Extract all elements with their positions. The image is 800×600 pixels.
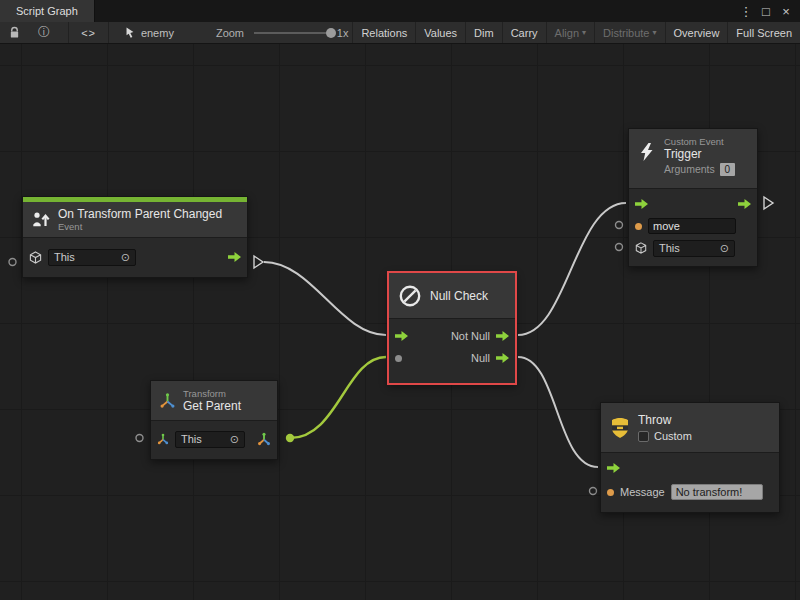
wire-notnull-to-trigger[interactable]: [518, 203, 626, 335]
input-port-ring[interactable]: [616, 222, 623, 229]
tab-script-graph[interactable]: Script Graph: [0, 0, 95, 22]
toolbar-buttons: Relations Values Dim Carry Align ▾ Distr…: [352, 22, 800, 43]
node-body: This ⊙: [151, 421, 277, 459]
flow-out-arrow-icon[interactable]: [496, 331, 509, 341]
lightning-bolt-icon: [637, 142, 657, 162]
tab-bar: Script Graph ⋮ □ ×: [0, 0, 800, 22]
align-label: Align: [555, 27, 579, 39]
chevron-down-icon: ▾: [653, 28, 657, 37]
wire-null-to-throw[interactable]: [518, 357, 598, 467]
transform-out-port-icon[interactable]: [257, 432, 271, 446]
chevron-down-icon: ▾: [582, 28, 586, 37]
flow-in-arrow-icon[interactable]: [635, 199, 648, 209]
code-icon: <>: [81, 27, 96, 39]
zoom-slider-handle[interactable]: [326, 28, 336, 38]
maximize-icon[interactable]: □: [758, 4, 774, 19]
arguments-row: Arguments 0: [664, 163, 735, 176]
flow-out-arrow-icon[interactable]: [738, 199, 751, 209]
flow-out-arrow-icon[interactable]: [496, 353, 509, 363]
node-category: Transform: [183, 388, 241, 399]
value-in-port-dot[interactable]: [635, 223, 642, 230]
lock-button[interactable]: [3, 22, 26, 43]
flow-out-port-triangle[interactable]: [764, 197, 773, 209]
relations-button[interactable]: Relations: [352, 22, 415, 43]
node-null-check[interactable]: Null Check Not Null Null: [388, 272, 516, 384]
input-port-ring[interactable]: [590, 488, 597, 495]
flow-out-arrow-icon[interactable]: [228, 252, 241, 262]
node-get-parent[interactable]: Transform Get Parent This ⊙: [150, 380, 278, 460]
script-graph-window: Script Graph ⋮ □ × ⓘ <> enemy Zoom: [0, 0, 800, 600]
this-value: This: [181, 433, 202, 445]
custom-row: Custom: [638, 430, 692, 442]
arguments-count-field[interactable]: 0: [720, 163, 735, 176]
target-icon[interactable]: ⊙: [230, 433, 239, 446]
zoom-slider-track: [254, 32, 333, 34]
null-port-label: Null: [471, 352, 490, 364]
align-button[interactable]: Align ▾: [546, 22, 594, 43]
cube-icon: [29, 251, 42, 264]
node-body: This ⊙: [629, 189, 757, 266]
values-button[interactable]: Values: [415, 22, 465, 43]
full-screen-button[interactable]: Full Screen: [727, 22, 800, 43]
zoom-slider[interactable]: [254, 27, 333, 39]
node-throw[interactable]: Throw Custom Message: [600, 402, 780, 513]
value-out-port-dot[interactable]: [286, 434, 294, 442]
event-name-input[interactable]: [648, 218, 736, 234]
node-title: On Transform Parent Changed: [58, 207, 222, 221]
throw-exception-icon: [609, 417, 631, 439]
info-icon: ⓘ: [38, 24, 50, 41]
node-subtitle: Event: [58, 221, 222, 232]
flow-in-arrow-icon[interactable]: [395, 331, 408, 341]
distribute-button[interactable]: Distribute ▾: [594, 22, 664, 43]
value-in-port-dot[interactable]: [607, 489, 614, 496]
graph-toolbar: ⓘ <> enemy Zoom 1x Relations Values Dim …: [0, 22, 800, 44]
cube-icon: [635, 242, 647, 254]
wire-event-to-nullcheck[interactable]: [264, 262, 386, 335]
input-port-ring[interactable]: [9, 259, 16, 266]
close-icon[interactable]: ×: [778, 4, 794, 19]
toolbar-separator: [108, 22, 109, 43]
transform-axes-icon: [157, 433, 169, 445]
lock-icon: [9, 26, 20, 39]
this-value: This: [659, 242, 680, 254]
zoom-value: 1x: [337, 27, 349, 39]
tab-label: Script Graph: [16, 5, 78, 17]
node-trigger-custom-event[interactable]: Custom Event Trigger Arguments 0: [628, 128, 758, 267]
distribute-label: Distribute: [603, 27, 649, 39]
node-header-text: Transform Get Parent: [183, 388, 241, 413]
node-header-text: Throw Custom: [638, 413, 692, 442]
this-dropdown[interactable]: This ⊙: [175, 431, 245, 448]
graph-canvas[interactable]: On Transform Parent Changed Event This ⊙: [0, 44, 800, 600]
node-body: Message: [601, 453, 779, 512]
not-null-port-label: Not Null: [451, 330, 490, 342]
target-icon[interactable]: ⊙: [720, 242, 729, 255]
info-button[interactable]: ⓘ: [32, 22, 56, 43]
this-dropdown[interactable]: This ⊙: [48, 249, 136, 266]
input-port-ring[interactable]: [136, 435, 143, 442]
node-title: Throw: [638, 413, 692, 427]
custom-checkbox[interactable]: [638, 431, 649, 442]
message-input[interactable]: [671, 484, 763, 500]
flow-out-port-triangle[interactable]: [254, 256, 263, 268]
flow-in-arrow-icon[interactable]: [607, 463, 620, 473]
node-title: Trigger: [664, 147, 735, 161]
kebab-menu-icon[interactable]: ⋮: [738, 4, 754, 19]
node-header: On Transform Parent Changed Event: [23, 202, 247, 238]
this-dropdown[interactable]: This ⊙: [653, 240, 735, 257]
carry-button[interactable]: Carry: [502, 22, 546, 43]
wire-getparent-to-nullcheck[interactable]: [290, 357, 386, 438]
transform-parent-changed-icon: [31, 210, 51, 230]
overview-button[interactable]: Overview: [665, 22, 728, 43]
target-icon[interactable]: ⊙: [121, 251, 130, 264]
code-view-button[interactable]: <>: [69, 22, 108, 43]
window-controls: ⋮ □ ×: [738, 0, 800, 22]
node-header: Throw Custom: [601, 403, 779, 453]
node-header: Transform Get Parent: [151, 381, 277, 421]
transform-axes-icon: [159, 392, 176, 409]
dim-button[interactable]: Dim: [465, 22, 502, 43]
node-on-transform-parent-changed[interactable]: On Transform Parent Changed Event This ⊙: [22, 196, 248, 278]
input-port-ring[interactable]: [616, 244, 623, 251]
value-in-port-dot[interactable]: [395, 355, 402, 362]
node-header: Custom Event Trigger Arguments 0: [629, 129, 757, 189]
this-value: This: [54, 251, 75, 263]
